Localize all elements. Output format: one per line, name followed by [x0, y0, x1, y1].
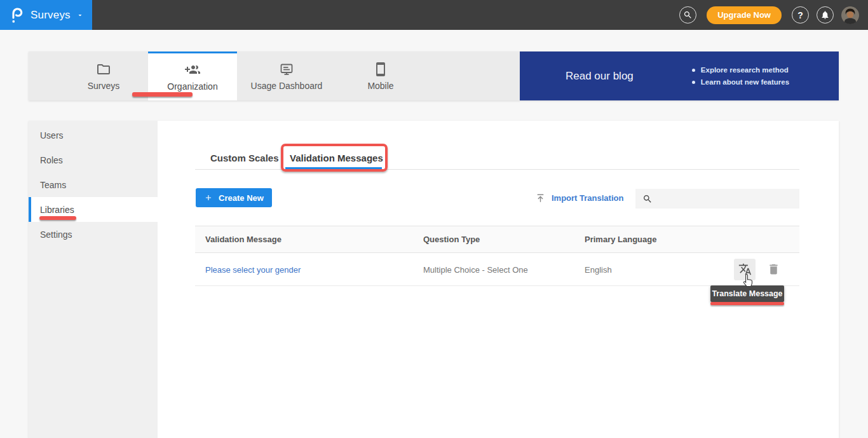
app-screen: Surveys Upgrade Now ?: [0, 0, 868, 438]
nav-tab-label: Mobile: [367, 81, 393, 91]
sidebar-item-roles[interactable]: Roles: [29, 147, 158, 172]
notifications-button[interactable]: [817, 6, 834, 24]
question-type-cell: Multiple Choice - Select One: [423, 265, 528, 275]
table-header-row: Validation Message Question Type Primary…: [195, 226, 799, 253]
questionpro-logo-icon: [11, 6, 24, 24]
table-row: Please select your gender Multiple Choic…: [195, 253, 799, 286]
column-header-validation-message: Validation Message: [195, 235, 413, 244]
nav-tab-usage-dashboard[interactable]: Usage Dashboard: [237, 51, 336, 100]
column-header-question-type: Question Type: [413, 235, 574, 244]
chevron-down-icon: [76, 11, 84, 19]
promo-bullet-label: Explore research method: [701, 66, 789, 74]
folder-icon: [96, 62, 111, 77]
tooltip-label: Translate Message: [712, 289, 782, 298]
sidebar-item-label: Settings: [40, 229, 72, 240]
question-mark-icon: ?: [797, 10, 803, 20]
blog-promo-banner[interactable]: Read our blog Explore research method Le…: [520, 51, 839, 100]
create-new-label: Create New: [219, 193, 264, 203]
table-search-box[interactable]: [635, 189, 799, 209]
upgrade-now-button[interactable]: Upgrade Now: [707, 6, 782, 24]
organization-panel: Users Roles Teams Libraries Settings Cus…: [29, 121, 839, 438]
import-translation-link[interactable]: Import Translation: [535, 188, 623, 207]
sidebar-item-label: Teams: [40, 180, 66, 190]
annotation-underline-organization: [132, 92, 193, 97]
promo-bullet-item: Explore research method: [692, 66, 789, 74]
create-new-button[interactable]: Create New: [196, 188, 272, 207]
group-add-icon: [185, 62, 200, 78]
primary-language-cell: English: [585, 265, 612, 275]
bell-icon: [820, 10, 830, 20]
user-avatar[interactable]: [841, 6, 859, 24]
help-button[interactable]: ?: [792, 6, 809, 24]
nav-tab-label: Usage Dashboard: [251, 81, 323, 91]
annotation-box-validation-messages: [281, 144, 388, 172]
upload-icon: [535, 193, 546, 203]
annotation-underline-tooltip: [710, 302, 784, 305]
trash-icon: [767, 263, 780, 276]
avatar-photo: [841, 6, 859, 24]
bullet-dot: [692, 81, 695, 84]
bullet-dot: [692, 69, 695, 72]
sidebar-item-users[interactable]: Users: [29, 123, 158, 147]
promo-bullet-list: Explore research method Learn about new …: [692, 66, 789, 86]
sidebar-item-label: Libraries: [40, 205, 74, 215]
promo-bullet-item: Learn about new features: [692, 78, 789, 86]
promo-bullet-label: Learn about new features: [701, 78, 789, 86]
smartphone-icon: [373, 62, 388, 77]
sidebar-item-label: Roles: [40, 155, 63, 165]
search-input[interactable]: [658, 189, 799, 209]
cursor-hand-icon: [742, 273, 754, 287]
search-icon: [642, 194, 653, 204]
nav-tab-label: Organization: [167, 81, 217, 92]
global-search-button[interactable]: [679, 6, 696, 24]
brand-product-switcher[interactable]: Surveys: [0, 0, 92, 30]
promo-title[interactable]: Read our blog: [566, 70, 634, 83]
tab-custom-scales[interactable]: Custom Scales: [210, 153, 279, 163]
top-bar: Surveys Upgrade Now ?: [0, 0, 868, 30]
nav-tab-mobile[interactable]: Mobile: [336, 51, 425, 100]
delete-message-button[interactable]: [766, 262, 781, 277]
organization-sidebar: Users Roles Teams Libraries Settings: [29, 121, 158, 438]
column-header-primary-language: Primary Language: [574, 235, 673, 244]
annotation-underline-libraries: [39, 216, 76, 220]
top-bar-actions: Upgrade Now ?: [679, 0, 859, 30]
plus-icon: [204, 193, 213, 202]
app-title: Surveys: [31, 9, 71, 22]
sidebar-item-settings[interactable]: Settings: [29, 222, 158, 247]
nav-tab-label: Surveys: [88, 81, 120, 91]
sidebar-item-label: Users: [40, 130, 64, 140]
import-translation-label: Import Translation: [552, 193, 623, 203]
validation-message-link[interactable]: Please select your gender: [205, 265, 301, 275]
sidebar-item-teams[interactable]: Teams: [29, 172, 158, 197]
tooltip-translate-message: Translate Message: [710, 285, 784, 302]
search-icon: [683, 10, 693, 20]
dashboard-icon: [279, 62, 294, 77]
